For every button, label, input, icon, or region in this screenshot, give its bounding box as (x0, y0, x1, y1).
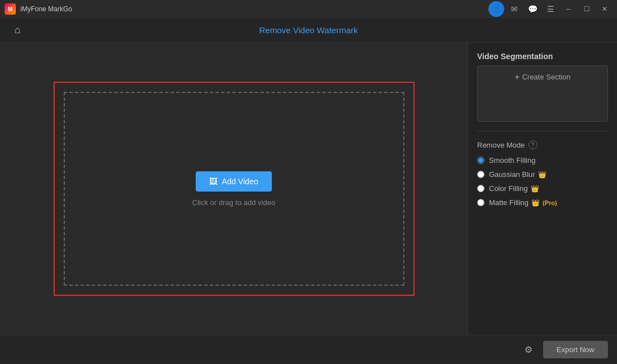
crown-gaussian-icon: 👑 (538, 171, 547, 179)
app-icon: M (5, 3, 16, 15)
chat-icon[interactable]: 💬 (525, 1, 540, 17)
radio-option-color[interactable]: Color Filling 👑 (477, 184, 608, 193)
radio-smooth[interactable] (477, 157, 484, 164)
radio-color-label: Color Filling 👑 (489, 184, 539, 193)
video-segmentation-section: Video Segmentation + Create Section (477, 52, 608, 122)
crown-color-icon: 👑 (531, 185, 539, 193)
pro-badge: (Pro) (543, 199, 557, 206)
divider (477, 131, 608, 131)
add-video-button[interactable]: 🖼 Add Video (196, 171, 271, 192)
home-button[interactable]: ⌂ (9, 22, 26, 39)
video-segmentation-title: Video Segmentation (477, 52, 608, 61)
minimize-button[interactable]: ─ (561, 3, 576, 15)
create-section-button[interactable]: + Create Section (477, 65, 608, 122)
radio-matte-label: Matte Filling 👑 (Pro) (489, 198, 557, 207)
radio-gaussian[interactable] (477, 171, 484, 178)
app-title: iMyFone MarkGo (20, 5, 72, 13)
remove-mode-label: Remove Mode ? (477, 140, 608, 149)
crown-matte-icon: 👑 (531, 199, 540, 207)
right-panel: Video Segmentation + Create Section Remo… (468, 43, 617, 335)
video-area: 🖼 Add Video Click or drag to add video (0, 43, 468, 335)
title-bar-left: M iMyFone MarkGo (5, 3, 72, 15)
menu-icon[interactable]: ☰ (543, 1, 558, 17)
radio-matte[interactable] (477, 199, 484, 206)
mail-icon[interactable]: ✉ (506, 1, 522, 17)
bottom-bar: ⚙ Export Now (0, 335, 617, 364)
radio-option-gaussian[interactable]: Gaussian Blur 👑 (477, 170, 608, 179)
main-content: 🖼 Add Video Click or drag to add video V… (0, 43, 617, 335)
page-title: Remove Video Watermark (26, 25, 591, 35)
radio-color[interactable] (477, 185, 484, 192)
title-bar-controls: 👤 ✉ 💬 ☰ ─ ☐ ✕ (488, 1, 612, 17)
export-now-button[interactable]: Export Now (543, 341, 608, 358)
radio-smooth-label: Smooth Filling (489, 156, 535, 165)
drop-zone[interactable]: 🖼 Add Video Click or drag to add video (64, 92, 404, 286)
video-container: 🖼 Add Video Click or drag to add video (54, 82, 415, 296)
settings-icon: ⚙ (525, 344, 532, 355)
account-icon[interactable]: 👤 (488, 1, 504, 17)
radio-option-matte[interactable]: Matte Filling 👑 (Pro) (477, 198, 608, 207)
radio-gaussian-label: Gaussian Blur 👑 (489, 170, 547, 179)
remove-mode-section: Remove Mode ? Smooth Filling Gaussian Bl… (477, 140, 608, 212)
settings-button[interactable]: ⚙ (519, 341, 537, 359)
maximize-button[interactable]: ☐ (579, 3, 594, 15)
add-video-icon: 🖼 (209, 177, 217, 186)
create-section-label: Create Section (522, 73, 571, 81)
nav-bar: ⌂ Remove Video Watermark (0, 18, 617, 43)
remove-mode-help-icon[interactable]: ? (528, 140, 537, 149)
title-bar: M iMyFone MarkGo 👤 ✉ 💬 ☰ ─ ☐ ✕ (0, 0, 617, 18)
radio-option-smooth[interactable]: Smooth Filling (477, 156, 608, 165)
close-button[interactable]: ✕ (597, 3, 612, 15)
create-section-plus-icon: + (514, 73, 519, 82)
drop-hint: Click or drag to add video (192, 198, 275, 207)
